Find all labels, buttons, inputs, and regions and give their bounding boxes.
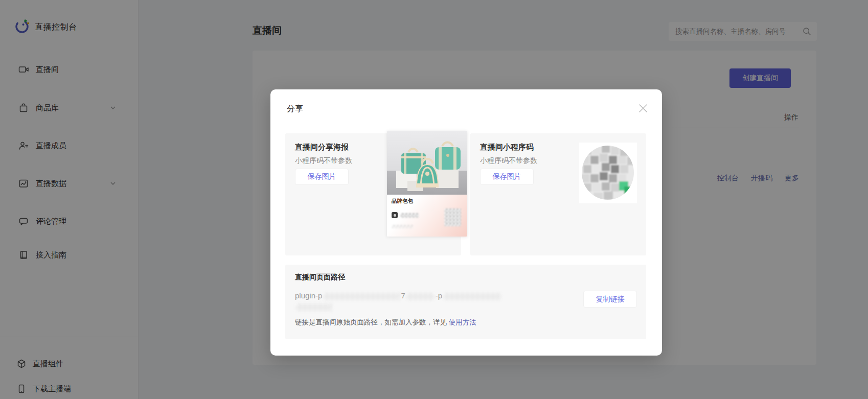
mini-program-qr-code (579, 143, 637, 203)
close-icon[interactable] (637, 103, 649, 114)
redacted-path-segment (443, 293, 500, 300)
app-window: 直播控制台 直播间 商品库 (0, 0, 868, 399)
path-fragment: plugin-p (295, 291, 322, 300)
poster-qr-code (444, 208, 461, 226)
poster-room-name: 品牌包包 (392, 198, 413, 205)
qrcode-card-title: 直播间小程序码 (480, 143, 534, 152)
save-qrcode-button[interactable]: 保存图片 (480, 169, 534, 185)
copy-link-button[interactable]: 复制链接 (583, 291, 637, 308)
path-fragment: -p (436, 291, 442, 300)
room-path-card: 直播间页面路径 plugin-p7-p 复制链接 链接是直播间原始页面路径，如需… (285, 265, 646, 339)
redacted-path-segment (323, 293, 400, 300)
redacted-path-segment (406, 293, 435, 300)
room-path-text-line2 (295, 302, 333, 311)
path-note: 链接是直播间原始页面路径，如需加入参数，详见 使用方法 (295, 318, 476, 327)
qrcode-card-subtitle: 小程序码不带参数 (480, 156, 537, 166)
usage-guide-link[interactable]: 使用方法 (449, 318, 476, 326)
poster-account-row (392, 212, 419, 218)
redacted-account-name (400, 213, 419, 218)
modal-title: 分享 (287, 104, 303, 114)
path-card-title: 直播间页面路径 (295, 273, 345, 282)
share-poster-card: 直播间分享海报 小程序码不带参数 保存图片 (285, 133, 461, 255)
room-path-text: plugin-p7-p (295, 291, 501, 300)
share-modal: 分享 直播间分享海报 小程序码不带参数 保存图片 (270, 89, 662, 356)
poster-card-subtitle: 小程序码不带参数 (295, 156, 352, 166)
poster-info-panel: 品牌包包 (387, 195, 467, 237)
redacted-path-segment (296, 304, 332, 311)
save-poster-button[interactable]: 保存图片 (295, 169, 349, 185)
mini-program-code-card: 直播间小程序码 小程序码不带参数 保存图片 (470, 133, 646, 255)
mini-program-icon (392, 212, 398, 218)
poster-card-title: 直播间分享海报 (295, 143, 349, 152)
path-note-text: 链接是直播间原始页面路径，如需加入参数，详见 (295, 318, 449, 326)
poster-handbags-photo (387, 131, 467, 195)
share-poster-preview: 品牌包包 (387, 131, 467, 237)
path-fragment: 7 (401, 291, 405, 300)
redacted-caption (392, 225, 413, 228)
